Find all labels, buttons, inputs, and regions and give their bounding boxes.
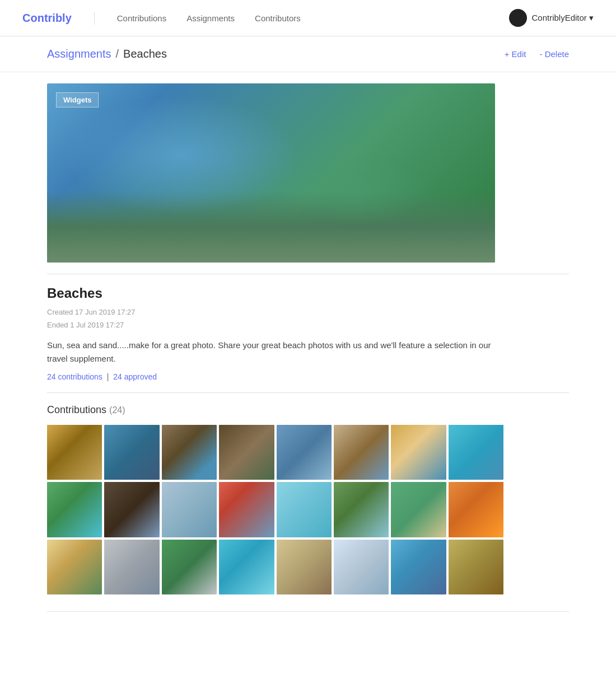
stats-separator: | (107, 372, 111, 381)
action-buttons: + Edit - Delete (505, 49, 569, 59)
photo-grid (47, 425, 503, 594)
nav-links: Contributions Assignments Contributors (117, 13, 301, 23)
ended-date: Ended 1 Jul 2019 17:27 (47, 319, 569, 331)
hero-container: Widgets (47, 83, 569, 263)
breadcrumb-separator: / (116, 48, 119, 60)
photo-thumb-16[interactable] (449, 482, 503, 537)
photo-thumb-10[interactable] (104, 482, 159, 537)
brand-logo[interactable]: Contribly (22, 12, 95, 25)
user-avatar (509, 9, 527, 27)
photo-thumb-23[interactable] (391, 540, 446, 594)
nav-contributors[interactable]: Contributors (255, 13, 301, 23)
photo-thumb-20[interactable] (219, 540, 274, 594)
photo-thumb-24[interactable] (449, 540, 503, 594)
photo-thumb-15[interactable] (391, 482, 446, 537)
photo-thumb-19[interactable] (162, 540, 217, 594)
widgets-badge[interactable]: Widgets (56, 92, 99, 107)
approved-link[interactable]: 24 approved (113, 372, 157, 381)
photo-thumb-14[interactable] (334, 482, 389, 537)
breadcrumb-current: Beaches (123, 48, 167, 60)
contributions-section: Contributions (24) (47, 404, 569, 594)
nav-assignments[interactable]: Assignments (186, 13, 235, 23)
photo-thumb-6[interactable] (334, 425, 389, 480)
divider-before-contributions (47, 392, 569, 393)
hero-image: Widgets (47, 83, 495, 263)
assignment-title: Beaches (47, 285, 569, 301)
assignment-stats: 24 contributions | 24 approved (47, 372, 569, 381)
divider-after-hero (47, 274, 569, 274)
photo-thumb-17[interactable] (47, 540, 102, 594)
subnav: Assignments / Beaches + Edit - Delete (0, 36, 616, 72)
breadcrumb-parent[interactable]: Assignments (47, 48, 111, 60)
contributions-heading: Contributions (24) (47, 404, 569, 416)
edit-button[interactable]: + Edit (505, 49, 526, 59)
navbar: Contribly Contributions Assignments Cont… (0, 0, 616, 36)
photo-thumb-1[interactable] (47, 425, 102, 480)
photo-thumb-3[interactable] (162, 425, 217, 480)
photo-thumb-12[interactable] (219, 482, 274, 537)
delete-button[interactable]: - Delete (539, 49, 569, 59)
created-date: Created 17 Jun 2019 17:27 (47, 306, 569, 319)
photo-thumb-5[interactable] (277, 425, 332, 480)
photo-thumb-13[interactable] (277, 482, 332, 537)
user-name[interactable]: ContriblyEditor ▾ (531, 13, 594, 23)
photo-thumb-9[interactable] (47, 482, 102, 537)
assignment-dates: Created 17 Jun 2019 17:27 Ended 1 Jul 20… (47, 306, 569, 332)
assignment-description: Sun, sea and sand.....make for a great p… (47, 339, 495, 366)
photo-thumb-2[interactable] (104, 425, 159, 480)
nav-user-section: ContriblyEditor ▾ (509, 9, 594, 27)
contributions-link[interactable]: 24 contributions (47, 372, 102, 381)
photo-thumb-22[interactable] (334, 540, 389, 594)
photo-thumb-4[interactable] (219, 425, 274, 480)
nav-contributions[interactable]: Contributions (117, 13, 166, 23)
contributions-count: (24) (109, 405, 125, 415)
main-content: Widgets Beaches Created 17 Jun 2019 17:2… (0, 72, 616, 634)
bottom-divider (47, 611, 569, 612)
breadcrumb: Assignments / Beaches (47, 48, 167, 60)
photo-thumb-11[interactable] (162, 482, 217, 537)
photo-thumb-21[interactable] (277, 540, 332, 594)
contributions-label: Contributions (47, 404, 106, 415)
assignment-info: Beaches Created 17 Jun 2019 17:27 Ended … (47, 285, 569, 381)
photo-thumb-18[interactable] (104, 540, 159, 594)
photo-thumb-8[interactable] (449, 425, 503, 480)
photo-thumb-7[interactable] (391, 425, 446, 480)
